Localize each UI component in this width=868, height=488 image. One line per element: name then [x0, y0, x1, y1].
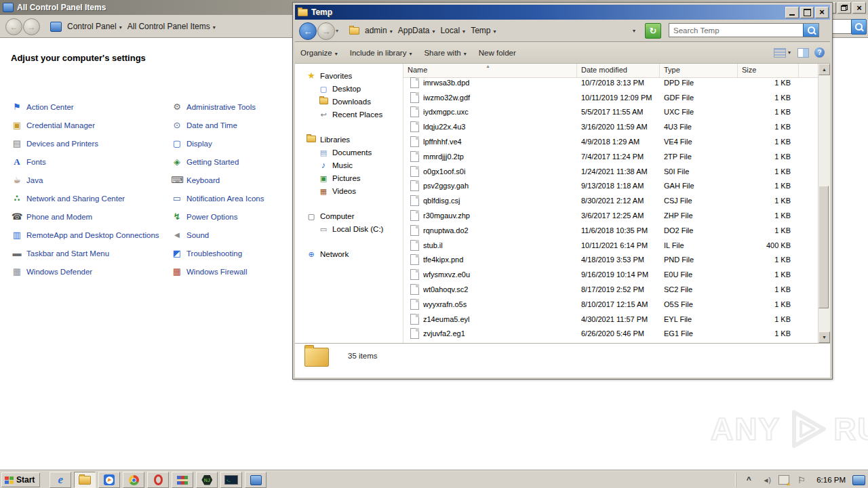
- taskbar-button-opera[interactable]: [147, 472, 169, 488]
- control-panel-item[interactable]: Fonts: [11, 152, 171, 171]
- taskbar-button-winrar[interactable]: [172, 472, 193, 488]
- breadcrumb-current[interactable]: All Control Panel Items: [127, 22, 216, 31]
- restore-button[interactable]: [837, 2, 851, 14]
- sidebar-item-documents[interactable]: Documents: [295, 146, 403, 159]
- control-panel-search-input[interactable]: [831, 19, 852, 34]
- sidebar-computer[interactable]: Computer: [295, 209, 403, 222]
- taskbar-button-control-panel[interactable]: [245, 472, 267, 488]
- search-icon[interactable]: [803, 24, 818, 37]
- sidebar-item-downloads[interactable]: Downloads: [295, 95, 403, 108]
- taskbar-button-terminal[interactable]: [220, 472, 242, 488]
- display-tray-icon[interactable]: [852, 475, 865, 485]
- breadcrumb-temp[interactable]: Temp: [471, 26, 496, 35]
- close-button[interactable]: [815, 7, 829, 18]
- organize-button[interactable]: Organize: [300, 49, 338, 57]
- scroll-down-icon[interactable]: ▼: [818, 331, 830, 343]
- file-row[interactable]: mmrdjjj0.2tp 7/4/2017 11:24 PM 2TP File …: [403, 149, 818, 164]
- sidebar-item-pictures[interactable]: Pictures: [295, 171, 403, 184]
- sidebar-item-local-disk-c[interactable]: Local Disk (C:): [295, 222, 403, 235]
- preview-pane-icon[interactable]: [797, 48, 809, 58]
- file-row[interactable]: tfe4kipx.pnd 4/18/2019 3:53 PM PND File …: [403, 253, 818, 268]
- maximize-button[interactable]: [800, 7, 814, 18]
- include-in-library-button[interactable]: Include in library: [350, 49, 412, 57]
- search-icon[interactable]: [851, 19, 867, 35]
- sidebar-network[interactable]: Network: [295, 247, 403, 260]
- control-panel-item[interactable]: RemoteApp and Desktop Connections: [11, 226, 171, 244]
- file-row[interactable]: r30mgauv.zhp 3/6/2017 12:25 AM ZHP File …: [403, 208, 818, 223]
- file-row[interactable]: rqnuptwa.do2 11/6/2018 10:35 PM DO2 File…: [403, 223, 818, 238]
- scroll-up-icon[interactable]: ▲: [818, 64, 830, 75]
- file-row[interactable]: o0gx1oof.s0i 1/24/2021 11:38 AM S0I File…: [403, 164, 818, 179]
- file-row[interactable]: ldqju22x.4u3 3/16/2020 11:59 AM 4U3 File…: [403, 119, 818, 134]
- control-panel-item[interactable]: Action Center: [11, 98, 171, 116]
- minimize-button[interactable]: [785, 7, 799, 18]
- sidebar-item-music[interactable]: Music: [295, 159, 403, 171]
- volume-icon[interactable]: [761, 474, 772, 485]
- address-dropdown-icon[interactable]: ▾: [633, 28, 635, 34]
- taskbar-button-chrome[interactable]: [123, 472, 144, 488]
- breadcrumb-appdata[interactable]: AppData: [398, 26, 435, 35]
- refresh-button[interactable]: [645, 23, 661, 39]
- file-row[interactable]: imrwsa3b.dpd 10/7/2018 3:13 PM DPD File …: [403, 75, 818, 90]
- change-view-dropdown-icon[interactable]: ▾: [788, 49, 791, 56]
- change-view-icon[interactable]: [774, 48, 786, 58]
- recent-pages-dropdown-icon[interactable]: ▾: [336, 28, 338, 34]
- action-center-warning-icon[interactable]: [778, 474, 789, 485]
- sidebar-item-recent-places[interactable]: Recent Places: [295, 108, 403, 121]
- control-panel-item[interactable]: Devices and Printers: [11, 134, 171, 152]
- control-panel-item[interactable]: Taskbar and Start Menu: [11, 244, 171, 262]
- help-icon[interactable]: [814, 47, 825, 58]
- file-row[interactable]: qblfdisg.csj 8/30/2021 2:12 AM CSJ File …: [403, 193, 818, 208]
- start-button[interactable]: Start: [1, 472, 40, 487]
- scrollbar-thumb[interactable]: [818, 186, 829, 308]
- file-row[interactable]: wyyxrafn.o5s 8/10/2017 12:15 AM O5S File…: [403, 297, 818, 312]
- scrollbar-track[interactable]: [818, 75, 830, 331]
- control-panel-item[interactable]: Phone and Modem: [11, 207, 171, 226]
- column-header-date-modified[interactable]: Date modified: [577, 64, 660, 77]
- new-folder-button[interactable]: New folder: [479, 49, 516, 57]
- file-size: 1 KB: [738, 94, 799, 102]
- file-row[interactable]: wt0ahoqv.sc2 8/17/2019 2:52 PM SC2 File …: [403, 282, 818, 297]
- breadcrumb-root[interactable]: Control Panel: [67, 22, 122, 31]
- vertical-scrollbar[interactable]: ▲ ▼: [818, 64, 830, 343]
- close-button[interactable]: [852, 2, 866, 14]
- sidebar-favorites[interactable]: Favorites: [295, 69, 403, 82]
- column-header-size[interactable]: Size: [738, 64, 799, 77]
- file-row[interactable]: stub.il 10/11/2021 6:14 PM IL File 400 K…: [403, 238, 818, 253]
- show-hidden-icons-chevron[interactable]: [743, 474, 754, 485]
- breadcrumb-admin[interactable]: admin: [365, 26, 393, 35]
- file-row[interactable]: zvjuvfa2.eg1 6/26/2020 5:46 PM EG1 File …: [403, 327, 818, 342]
- control-panel-item-icon: [11, 230, 23, 241]
- file-row[interactable]: iydxmgpc.uxc 5/5/2017 11:55 AM UXC File …: [403, 105, 818, 120]
- taskbar-button-media-player[interactable]: [98, 472, 120, 488]
- file-row[interactable]: lpffnhhf.ve4 4/9/2018 1:29 AM VE4 File 1…: [403, 134, 818, 149]
- sidebar-item-videos[interactable]: Videos: [295, 184, 403, 197]
- column-header-type[interactable]: Type: [660, 64, 738, 77]
- file-row[interactable]: z14euma5.eyl 4/30/2021 11:57 PM EYL File…: [403, 312, 818, 327]
- back-button-disabled[interactable]: ←: [5, 18, 22, 35]
- share-with-button[interactable]: Share with: [424, 49, 466, 57]
- file-date-modified: 9/16/2019 10:14 PM: [577, 270, 660, 279]
- taskbar-button-internet-explorer[interactable]: [50, 472, 71, 488]
- taskbar-button-hexagon-app[interactable]: [196, 472, 218, 488]
- downloads-icon: [318, 97, 329, 106]
- column-header-name[interactable]: Name: [403, 64, 577, 77]
- file-row[interactable]: wfysmxvz.e0u 9/16/2019 10:14 PM E0U File…: [403, 267, 818, 282]
- control-panel-item[interactable]: Credential Manager: [11, 116, 171, 134]
- taskbar-button-windows-explorer[interactable]: [74, 472, 96, 488]
- search-box[interactable]: Search Temp: [669, 23, 819, 37]
- sidebar-libraries[interactable]: Libraries: [295, 133, 403, 146]
- forward-button[interactable]: →: [317, 22, 335, 40]
- forward-button-disabled[interactable]: →: [23, 18, 40, 35]
- chrome-icon: [129, 475, 139, 485]
- control-panel-item[interactable]: Network and Sharing Center: [11, 189, 171, 207]
- control-panel-item[interactable]: Windows Defender: [11, 262, 171, 281]
- breadcrumb-local[interactable]: Local: [440, 26, 465, 35]
- action-center-flag-icon[interactable]: [796, 474, 807, 485]
- back-button[interactable]: ←: [299, 22, 317, 40]
- file-row[interactable]: psv2ggsy.gah 9/13/2018 1:18 AM GAH File …: [403, 179, 818, 194]
- sidebar-item-desktop[interactable]: Desktop: [295, 82, 403, 95]
- file-row[interactable]: iwzmo32w.gdf 10/11/2019 12:09 PM GDF Fil…: [403, 90, 818, 105]
- control-panel-item[interactable]: Java: [11, 171, 171, 189]
- taskbar-clock[interactable]: 6:16 PM: [816, 476, 846, 484]
